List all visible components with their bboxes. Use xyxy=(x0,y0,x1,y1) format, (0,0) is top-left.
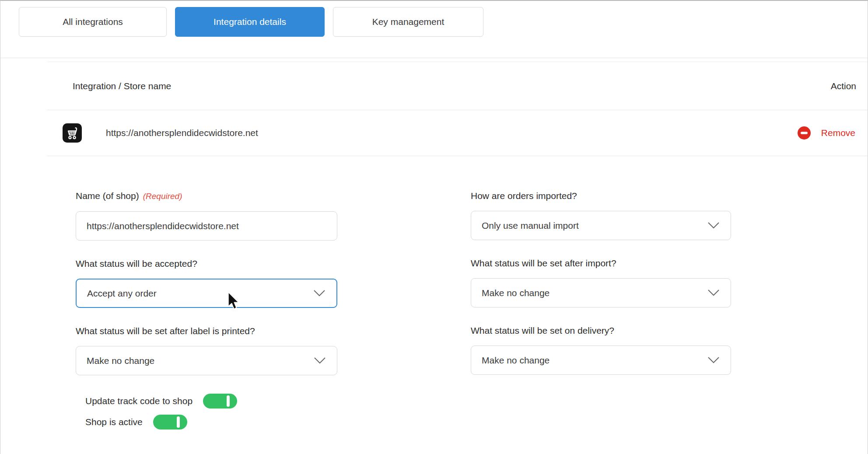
track-code-toggle[interactable] xyxy=(203,394,237,409)
field-shop-name: Name (of shop) (Required) xyxy=(76,191,337,241)
field-label: What status will be set after import? xyxy=(471,258,731,268)
field-label: What status will be set after label is p… xyxy=(76,326,337,336)
status-accepted-label: What status will be accepted? xyxy=(76,259,197,269)
table-header-row: Integration / Store name Action xyxy=(47,62,868,110)
status-after-import-label: What status will be set after import? xyxy=(471,258,616,268)
minus-circle-icon xyxy=(798,126,811,140)
chevron-down-icon xyxy=(708,290,719,296)
chevron-down-icon xyxy=(314,357,326,364)
shopping-cart-icon xyxy=(63,123,82,143)
tab-integration-details[interactable]: Integration details xyxy=(175,7,325,37)
field-status-accepted: What status will be accepted? Accept any… xyxy=(76,259,337,308)
column-header-store-name: Integration / Store name xyxy=(73,81,171,91)
status-on-delivery-select[interactable]: Make no change xyxy=(471,346,731,375)
form-column-left: Name (of shop) (Required) What status wi… xyxy=(76,191,337,436)
status-on-delivery-label: What status will be set on delivery? xyxy=(471,326,614,335)
remove-button[interactable]: Remove xyxy=(798,126,855,140)
tab-key-management[interactable]: Key management xyxy=(333,7,483,37)
tab-all-integrations[interactable]: All integrations xyxy=(19,7,167,37)
track-code-toggle-label: Update track code to shop xyxy=(85,396,192,406)
status-after-import-select[interactable]: Make no change xyxy=(471,278,731,307)
table-row: https://anothersplendidecwidstore.net Re… xyxy=(47,110,868,156)
status-after-label-select[interactable]: Make no change xyxy=(76,346,337,375)
selected-value: Accept any order xyxy=(87,288,157,299)
field-status-after-label: What status will be set after label is p… xyxy=(76,326,337,375)
toggle-row-shop-active: Shop is active xyxy=(76,415,337,430)
chevron-down-icon xyxy=(314,290,325,297)
chevron-down-icon xyxy=(708,357,719,363)
tab-bar: All integrations Integration details Key… xyxy=(0,1,868,58)
field-label: Name (of shop) (Required) xyxy=(76,191,337,201)
field-label: What status will be accepted? xyxy=(76,259,337,269)
selected-value: Only use manual import xyxy=(482,220,579,231)
field-orders-imported: How are orders imported? Only use manual… xyxy=(471,191,731,240)
shop-name-label: Name (of shop) xyxy=(76,191,139,201)
orders-imported-select[interactable]: Only use manual import xyxy=(471,211,731,240)
field-status-on-delivery: What status will be set on delivery? Mak… xyxy=(471,326,731,375)
shop-active-toggle[interactable] xyxy=(153,415,187,430)
status-after-label-label: What status will be set after label is p… xyxy=(76,326,255,336)
integration-details-form: Name (of shop) (Required) What status wi… xyxy=(76,191,868,436)
status-accepted-select[interactable]: Accept any order xyxy=(76,279,337,308)
chevron-down-icon xyxy=(708,222,719,229)
toggle-knob xyxy=(177,416,180,428)
toggle-row-track-code: Update track code to shop xyxy=(76,394,337,409)
orders-imported-label: How are orders imported? xyxy=(471,191,577,201)
required-hint: (Required) xyxy=(143,192,182,201)
store-url: https://anothersplendidecwidstore.net xyxy=(106,128,798,138)
selected-value: Make no change xyxy=(87,356,154,366)
toggle-group: Update track code to shop Shop is active xyxy=(76,394,337,430)
shop-active-toggle-label: Shop is active xyxy=(85,417,143,427)
shop-name-input[interactable] xyxy=(76,211,337,241)
field-label: How are orders imported? xyxy=(471,191,731,201)
field-label: What status will be set on delivery? xyxy=(471,326,731,335)
remove-label: Remove xyxy=(821,128,855,138)
toggle-knob xyxy=(227,395,230,407)
field-status-after-import: What status will be set after import? Ma… xyxy=(471,258,731,307)
selected-value: Make no change xyxy=(482,288,550,298)
integrations-table: Integration / Store name Action https://… xyxy=(47,62,868,156)
selected-value: Make no change xyxy=(482,355,550,366)
column-header-action: Action xyxy=(831,81,856,91)
form-column-right: How are orders imported? Only use manual… xyxy=(471,191,731,436)
integration-settings-page: { "tabs": [ { "label": "All integrations… xyxy=(0,0,868,454)
